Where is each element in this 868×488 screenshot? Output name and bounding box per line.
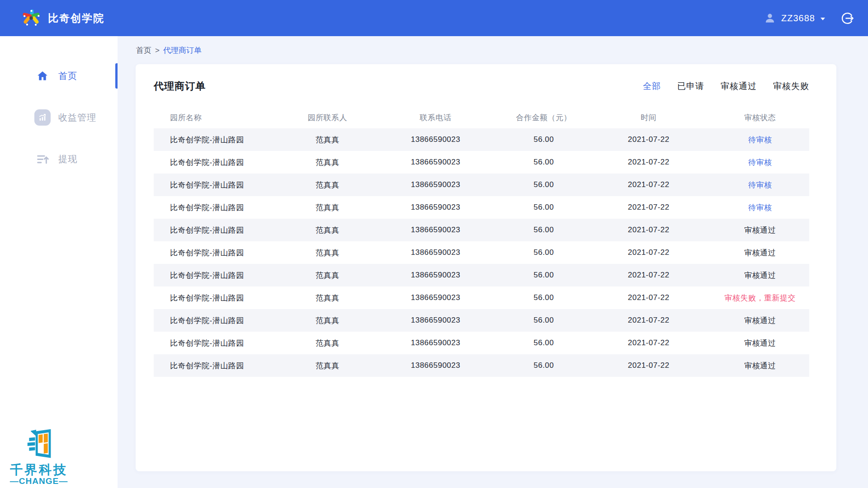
tab-all[interactable]: 全部 <box>643 80 661 92</box>
cell-contact: 范真真 <box>285 293 370 303</box>
cell-date: 2021-07-22 <box>586 180 711 189</box>
col-status: 审核状态 <box>711 113 810 123</box>
table-row: 比奇创学院-潜山路园 范真真 13866590023 56.00 2021-07… <box>154 196 809 219</box>
cell-date: 2021-07-22 <box>586 248 711 257</box>
table-row: 比奇创学院-潜山路园 范真真 13866590023 56.00 2021-07… <box>154 309 809 332</box>
orders-card: 代理商订单 全部 已申请 审核通过 审核失败 园所名称 园所联系人 联系电话 合… <box>136 64 836 471</box>
cell-status[interactable]: 待审核 <box>711 157 810 168</box>
cell-garden-name: 比奇创学院-潜山路园 <box>154 180 285 190</box>
filter-tabs: 全部 已申请 审核通过 审核失败 <box>643 80 809 92</box>
revenue-chart-icon <box>34 109 51 126</box>
cell-garden-name: 比奇创学院-潜山路园 <box>154 293 285 303</box>
cell-date: 2021-07-22 <box>586 316 711 325</box>
cell-contact: 范真真 <box>285 157 370 168</box>
cell-amount: 56.00 <box>501 135 587 144</box>
cell-contact: 范真真 <box>285 270 370 281</box>
table-row: 比奇创学院-潜山路园 范真真 13866590023 56.00 2021-07… <box>154 241 809 264</box>
cell-phone: 13866590023 <box>370 135 501 144</box>
table-header-row: 园所名称 园所联系人 联系电话 合作金额（元） 时间 审核状态 <box>154 107 809 128</box>
orders-table: 园所名称 园所联系人 联系电话 合作金额（元） 时间 审核状态 比奇创学院-潜山… <box>154 107 809 377</box>
brand: 比奇创学院 <box>21 8 104 28</box>
cell-date: 2021-07-22 <box>586 271 711 280</box>
cell-phone: 13866590023 <box>370 180 501 189</box>
cell-amount: 56.00 <box>501 158 587 167</box>
breadcrumb-home[interactable]: 首页 <box>136 45 151 56</box>
cell-phone: 13866590023 <box>370 248 501 257</box>
table-row: 比奇创学院-潜山路园 范真真 13866590023 56.00 2021-07… <box>154 219 809 241</box>
cell-contact: 范真真 <box>285 361 370 371</box>
sidebar-item-label: 提现 <box>58 153 77 165</box>
cell-phone: 13866590023 <box>370 293 501 302</box>
sidebar-item-home[interactable]: 首页 <box>0 63 118 89</box>
cell-amount: 56.00 <box>501 203 587 212</box>
cell-amount: 56.00 <box>501 316 587 325</box>
cell-phone: 13866590023 <box>370 361 501 370</box>
cell-amount: 56.00 <box>501 180 587 189</box>
cell-contact: 范真真 <box>285 338 370 348</box>
footer-brand-cn: 千界科技 <box>3 463 75 476</box>
table-row: 比奇创学院-潜山路园 范真真 13866590023 56.00 2021-07… <box>154 128 809 151</box>
cell-date: 2021-07-22 <box>586 225 711 235</box>
table-row: 比奇创学院-潜山路园 范真真 13866590023 56.00 2021-07… <box>154 264 809 286</box>
tab-rejected[interactable]: 审核失败 <box>773 80 809 92</box>
user-avatar-icon <box>764 12 776 24</box>
col-amount: 合作金额（元） <box>501 113 587 123</box>
cell-garden-name: 比奇创学院-潜山路园 <box>154 202 285 213</box>
cell-phone: 13866590023 <box>370 271 501 280</box>
cell-contact: 范真真 <box>285 225 370 235</box>
cell-amount: 56.00 <box>501 338 587 347</box>
cell-status: 审核通过 <box>711 361 810 371</box>
footer-brand-en: —CHANGE— <box>3 476 75 486</box>
cell-contact: 范真真 <box>285 202 370 213</box>
cell-garden-name: 比奇创学院-潜山路园 <box>154 248 285 258</box>
cell-contact: 范真真 <box>285 180 370 190</box>
withdraw-icon <box>34 153 51 166</box>
cell-amount: 56.00 <box>501 271 587 280</box>
change-logo-icon <box>3 429 75 463</box>
page-title: 代理商订单 <box>154 80 643 93</box>
sidebar-item-label: 首页 <box>58 70 77 82</box>
cell-date: 2021-07-22 <box>586 293 711 302</box>
cell-garden-name: 比奇创学院-潜山路园 <box>154 225 285 235</box>
cell-garden-name: 比奇创学院-潜山路园 <box>154 270 285 281</box>
brand-star-icon <box>21 8 42 28</box>
table-row: 比奇创学院-潜山路园 范真真 13866590023 56.00 2021-07… <box>154 151 809 174</box>
sidebar-item-label: 收益管理 <box>58 112 96 124</box>
brand-title: 比奇创学院 <box>48 11 104 25</box>
cell-status: 审核通过 <box>711 315 810 326</box>
cell-garden-name: 比奇创学院-潜山路园 <box>154 135 285 145</box>
cell-status[interactable]: 待审核 <box>711 202 810 213</box>
sidebar-item-withdraw[interactable]: 提现 <box>0 146 118 172</box>
cell-contact: 范真真 <box>285 315 370 326</box>
sidebar-item-revenue[interactable]: 收益管理 <box>0 105 118 130</box>
main-content: 首页 > 代理商订单 代理商订单 全部 已申请 审核通过 审核失败 园所名称 园… <box>118 36 868 488</box>
cell-garden-name: 比奇创学院-潜山路园 <box>154 361 285 371</box>
top-header: 比奇创学院 ZZ3688 <box>0 0 868 36</box>
cell-amount: 56.00 <box>501 225 587 235</box>
table-row: 比奇创学院-潜山路园 范真真 13866590023 56.00 2021-07… <box>154 354 809 377</box>
cell-amount: 56.00 <box>501 361 587 370</box>
logout-icon[interactable] <box>840 11 854 25</box>
cell-status[interactable]: 待审核 <box>711 135 810 145</box>
chevron-down-icon[interactable] <box>821 18 825 20</box>
username-dropdown[interactable]: ZZ3688 <box>781 13 815 23</box>
cell-phone: 13866590023 <box>370 316 501 325</box>
table-body: 比奇创学院-潜山路园 范真真 13866590023 56.00 2021-07… <box>154 128 809 377</box>
breadcrumb-separator: > <box>155 46 160 55</box>
cell-status[interactable]: 待审核 <box>711 180 810 190</box>
tab-applied[interactable]: 已申请 <box>677 80 704 92</box>
col-garden-name: 园所名称 <box>154 113 285 123</box>
cell-status[interactable]: 审核失败，重新提交 <box>711 293 810 303</box>
cell-date: 2021-07-22 <box>586 361 711 370</box>
cell-amount: 56.00 <box>501 293 587 302</box>
breadcrumb-current[interactable]: 代理商订单 <box>163 45 202 56</box>
tab-approved[interactable]: 审核通过 <box>721 80 757 92</box>
sidebar: 首页 收益管理 <box>0 36 118 488</box>
footer-logo: 千界科技 —CHANGE— <box>3 429 75 486</box>
home-icon <box>34 70 51 82</box>
cell-status: 审核通过 <box>711 270 810 281</box>
cell-amount: 56.00 <box>501 248 587 257</box>
table-row: 比奇创学院-潜山路园 范真真 13866590023 56.00 2021-07… <box>154 286 809 309</box>
cell-date: 2021-07-22 <box>586 338 711 347</box>
col-phone: 联系电话 <box>370 113 501 123</box>
